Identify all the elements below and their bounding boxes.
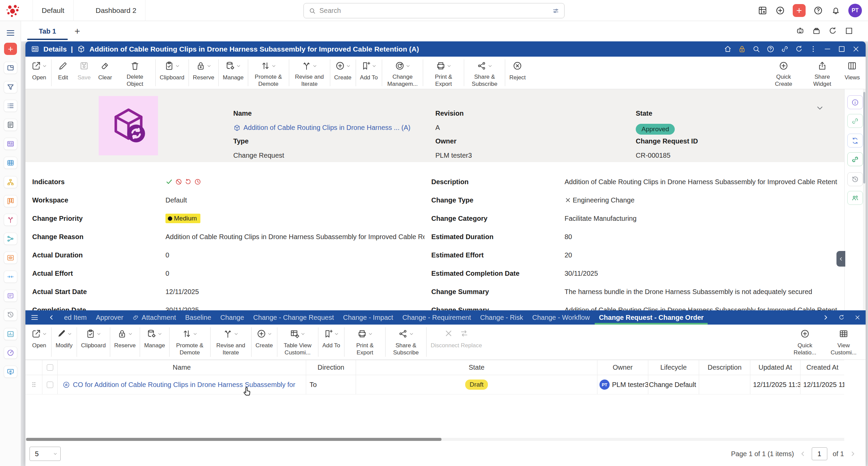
relationships-link-icon[interactable] bbox=[847, 114, 863, 128]
widget-document-icon[interactable] bbox=[4, 119, 17, 131]
print-export-button[interactable]: Print & Export bbox=[424, 57, 463, 89]
tab-affected-item[interactable]: ed Item bbox=[64, 310, 87, 325]
tab-change-risk[interactable]: Change - Risk bbox=[480, 310, 523, 325]
column-header-created-at[interactable]: Created At bbox=[801, 360, 844, 375]
widget-gauge-icon[interactable] bbox=[4, 347, 17, 359]
widget-filter-icon[interactable] bbox=[4, 81, 17, 93]
refresh-icon[interactable] bbox=[828, 26, 837, 36]
collapse-panel-handle[interactable] bbox=[836, 251, 845, 267]
widget-kanban-icon[interactable] bbox=[4, 195, 17, 207]
page-number-input[interactable] bbox=[812, 447, 827, 460]
refresh-icon[interactable] bbox=[795, 45, 803, 53]
minimize-icon[interactable] bbox=[823, 45, 832, 53]
add-to-button[interactable]: Add To bbox=[319, 325, 343, 360]
menu-item-dashboard2[interactable]: Dashboard 2 bbox=[87, 0, 145, 21]
tab-change-request-change-order[interactable]: Change Request - Change Order bbox=[599, 310, 704, 325]
previous-page-icon[interactable] bbox=[800, 450, 806, 457]
widget-structure-icon[interactable] bbox=[4, 176, 17, 188]
notifications-bell-icon[interactable] bbox=[831, 5, 841, 16]
assistant-robot-icon[interactable] bbox=[795, 26, 805, 36]
quick-add-button[interactable]: + bbox=[793, 4, 806, 17]
views-button[interactable]: Views bbox=[842, 57, 863, 89]
team-panel-icon[interactable] bbox=[847, 191, 863, 205]
clear-button[interactable]: Clear bbox=[95, 57, 116, 89]
scrollbar-thumb[interactable] bbox=[26, 438, 441, 441]
item-thumbnail[interactable] bbox=[99, 96, 158, 155]
tab-approver[interactable]: Approver bbox=[96, 310, 123, 325]
column-header-description[interactable]: Description bbox=[699, 360, 750, 375]
manage-button[interactable]: Manage bbox=[141, 325, 168, 360]
column-header-lifecycle[interactable]: Lifecycle bbox=[648, 360, 699, 375]
widget-compare-icon[interactable] bbox=[4, 271, 17, 283]
maximize-layout-icon[interactable] bbox=[844, 26, 854, 36]
table-view-customization-button[interactable]: Table View Customi... bbox=[278, 325, 317, 360]
share-widget-button[interactable]: Share Widget bbox=[803, 57, 842, 89]
row-checkbox[interactable] bbox=[42, 375, 58, 394]
clipboard-button[interactable]: Clipboard bbox=[157, 57, 188, 89]
scroll-tabs-right-icon[interactable] bbox=[822, 314, 829, 321]
manage-button[interactable]: Manage bbox=[220, 57, 246, 89]
change-management-button[interactable]: Change Managem... bbox=[383, 57, 422, 89]
widget-window-icon[interactable] bbox=[4, 62, 17, 74]
add-to-button[interactable]: Add To bbox=[357, 57, 381, 89]
print-export-button[interactable]: Print & Export bbox=[346, 325, 384, 360]
view-customization-button[interactable]: View Customi... bbox=[824, 325, 863, 360]
tab-change-requirement[interactable]: Change - Requirement bbox=[402, 310, 471, 325]
scroll-tabs-left-icon[interactable] bbox=[48, 314, 55, 321]
delete-object-button[interactable]: Delete Object bbox=[116, 57, 154, 89]
archive-icon[interactable] bbox=[812, 26, 821, 36]
help-icon[interactable] bbox=[813, 5, 823, 16]
column-header-direction[interactable]: Direction bbox=[306, 360, 356, 375]
user-avatar[interactable]: PT bbox=[848, 4, 862, 17]
promote-demote-button[interactable]: Promote & Demote bbox=[171, 325, 209, 360]
refresh-icon[interactable] bbox=[838, 314, 845, 321]
add-tab-button[interactable]: + bbox=[72, 26, 83, 37]
tab-baseline[interactable]: Baseline bbox=[185, 310, 211, 325]
main-menu-icon[interactable] bbox=[5, 28, 16, 38]
revise-iterate-button[interactable]: Revise and Iterate bbox=[290, 57, 329, 89]
widget-list-icon[interactable] bbox=[4, 100, 17, 112]
tab-change-workflow[interactable]: Change - Workflow bbox=[532, 310, 590, 325]
share-subscribe-button[interactable]: Share & Subscribe bbox=[387, 325, 425, 360]
edit-button[interactable]: Edit bbox=[53, 57, 74, 89]
widget-graph-icon[interactable] bbox=[4, 233, 17, 245]
tab-change[interactable]: Change bbox=[220, 310, 244, 325]
search-icon[interactable] bbox=[752, 45, 761, 53]
row-drag-handle[interactable] bbox=[25, 375, 42, 394]
home-icon[interactable] bbox=[724, 45, 732, 53]
brand-logo-icon[interactable] bbox=[5, 3, 21, 18]
maximize-icon[interactable] bbox=[837, 45, 846, 53]
scrollbar-thumb[interactable] bbox=[863, 92, 865, 183]
create-button[interactable]: Create bbox=[253, 325, 276, 360]
tab-attachment[interactable]: Attachment bbox=[133, 310, 176, 325]
widget-card-icon[interactable] bbox=[4, 290, 17, 302]
search-input[interactable] bbox=[319, 7, 549, 15]
reserve-button[interactable]: Reserve bbox=[190, 57, 217, 89]
relationship-menu-icon[interactable] bbox=[30, 313, 39, 322]
column-header-owner[interactable]: Owner bbox=[597, 360, 648, 375]
menu-item-default[interactable]: Default bbox=[33, 0, 74, 21]
quick-relationship-button[interactable]: Quick Relatio... bbox=[786, 325, 824, 360]
page-size-select[interactable]: 5 bbox=[29, 447, 61, 461]
sync-panel-icon[interactable] bbox=[847, 134, 863, 148]
quick-create-button[interactable]: Quick Create bbox=[764, 57, 803, 89]
lock-icon[interactable] bbox=[738, 45, 746, 53]
close-panel-icon[interactable] bbox=[854, 314, 861, 321]
global-search[interactable] bbox=[303, 3, 565, 18]
tab-change-impact[interactable]: Change - Impact bbox=[343, 310, 393, 325]
revise-iterate-button[interactable]: Revise and Iterate bbox=[212, 325, 250, 360]
name-link[interactable]: Addition of Cable Routing Clips in Drone… bbox=[243, 124, 410, 132]
table-row[interactable]: CO for Addition of Cable Routing Clips i… bbox=[25, 375, 844, 394]
history-panel-icon[interactable] bbox=[847, 172, 863, 186]
help-icon[interactable] bbox=[766, 45, 775, 53]
reserve-button[interactable]: Reserve bbox=[111, 325, 139, 360]
select-all-checkbox[interactable] bbox=[42, 360, 58, 375]
widget-branch-icon[interactable] bbox=[4, 214, 17, 226]
open-button[interactable]: Open bbox=[28, 325, 50, 360]
horizontal-scrollbar[interactable] bbox=[25, 438, 844, 441]
open-button[interactable]: Open bbox=[28, 57, 50, 89]
widget-viewer-icon[interactable] bbox=[4, 252, 17, 264]
widget-form-icon[interactable] bbox=[4, 138, 17, 150]
add-circle-icon[interactable] bbox=[775, 5, 785, 16]
info-panel-icon[interactable] bbox=[847, 95, 863, 109]
